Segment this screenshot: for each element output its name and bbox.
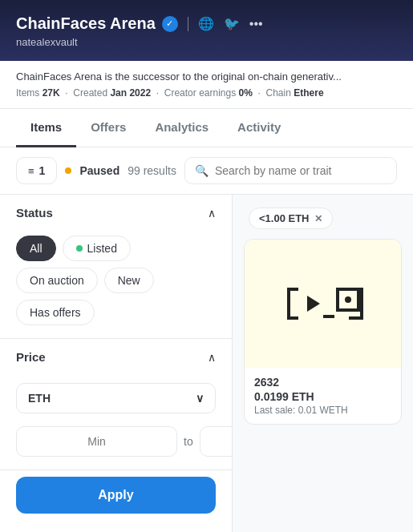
search-input[interactable] — [215, 164, 387, 177]
chain-name: Ethere — [294, 87, 323, 99]
price-filter-chip[interactable]: <1.00 ETH ✕ — [249, 208, 333, 229]
collection-description: ChainFaces Arena is the successor to the… — [16, 71, 397, 83]
max-price-input[interactable]: 1.00 — [200, 426, 233, 457]
tag-listed[interactable]: Listed — [63, 236, 131, 261]
nft-image — [245, 240, 401, 368]
price-chevron-icon: ∧ — [208, 351, 216, 364]
twitter-icon[interactable]: 🐦 — [224, 16, 240, 31]
apply-button[interactable]: Apply — [16, 477, 216, 514]
price-section: Price ∧ ETH ∨ to 1.00 — [0, 339, 232, 470]
info-bar: ChainFaces Arena is the successor to the… — [0, 61, 413, 109]
results-panel: <1.00 ETH ✕ — [233, 195, 413, 532]
nft-price: 0.0199 ETH — [254, 390, 391, 403]
svg-rect-4 — [323, 315, 334, 318]
tag-has-offers[interactable]: Has offers — [16, 300, 95, 325]
nft-last-sale: Last sale: 0.01 WETH — [254, 405, 391, 416]
paused-label: Paused — [79, 164, 119, 177]
tag-new-label: New — [118, 274, 140, 287]
svg-rect-1 — [287, 288, 298, 291]
status-title: Status — [16, 206, 53, 220]
tag-has-offers-label: Has offers — [30, 306, 81, 319]
svg-rect-9 — [349, 316, 363, 320]
tag-new[interactable]: New — [104, 268, 154, 293]
items-count: 27K — [43, 87, 60, 99]
nft-id: 2632 — [254, 376, 391, 389]
tag-on-auction-label: On auction — [30, 274, 84, 287]
chip-label: <1.00 ETH — [259, 212, 310, 224]
results-count: 99 results — [128, 164, 176, 177]
nft-art-svg — [283, 280, 363, 328]
price-to-label: to — [184, 435, 193, 448]
price-section-header[interactable]: Price ∧ — [0, 339, 232, 375]
filter-icon: ≡ — [28, 165, 34, 177]
collection-title: ChainFaces Arena — [16, 14, 156, 33]
tag-all-label: All — [30, 242, 43, 255]
sidebar: Status ∧ All Listed On auction New H — [0, 195, 233, 532]
creator-earnings: 0% — [239, 87, 253, 99]
username: natealexvault — [16, 36, 397, 48]
header-icons: 🌐 🐦 ••• — [198, 16, 263, 31]
svg-rect-2 — [287, 316, 298, 320]
filter-count: 1 — [39, 164, 46, 177]
price-title: Price — [16, 350, 46, 364]
tab-items[interactable]: Items — [16, 109, 76, 147]
paused-dot — [65, 167, 71, 174]
currency-wrapper: ETH ∨ — [0, 375, 232, 421]
tab-offers[interactable]: Offers — [76, 109, 140, 147]
chip-close-icon[interactable]: ✕ — [314, 213, 322, 224]
svg-marker-3 — [307, 296, 320, 312]
price-inputs: to 1.00 — [0, 421, 232, 470]
currency-label: ETH — [28, 392, 51, 405]
search-icon: 🔍 — [195, 164, 209, 177]
svg-point-6 — [345, 296, 351, 303]
search-box[interactable]: 🔍 — [184, 157, 397, 184]
created-date: Jan 2022 — [110, 87, 151, 99]
tab-activity[interactable]: Activity — [223, 109, 295, 147]
nft-info: 2632 0.0199 ETH Last sale: 0.01 WETH — [245, 368, 401, 424]
collection-meta: Items 27K · Created Jan 2022 · Creator e… — [16, 87, 397, 99]
listed-dot — [76, 245, 83, 252]
svg-rect-0 — [287, 288, 290, 320]
status-section-header[interactable]: Status ∧ — [0, 195, 232, 231]
svg-rect-7 — [360, 288, 363, 320]
status-chevron-icon: ∧ — [208, 207, 216, 220]
filter-bar: ≡ 1 Paused 99 results 🔍 — [0, 147, 413, 195]
nft-card[interactable]: 2632 0.0199 ETH Last sale: 0.01 WETH — [244, 239, 402, 425]
main-content: Status ∧ All Listed On auction New H — [0, 195, 413, 532]
filter-button[interactable]: ≡ 1 — [16, 157, 57, 184]
tag-all[interactable]: All — [16, 236, 56, 261]
tab-analytics[interactable]: Analytics — [140, 109, 223, 147]
header-divider — [188, 17, 188, 31]
tabs-bar: Items Offers Analytics Activity — [0, 109, 413, 147]
currency-select[interactable]: ETH ∨ — [16, 383, 216, 413]
status-section: Status ∧ All Listed On auction New H — [0, 195, 232, 339]
min-price-input[interactable] — [16, 426, 177, 457]
filter-chips: <1.00 ETH ✕ — [241, 203, 405, 234]
header-top: ChainFaces Arena ✓ 🌐 🐦 ••• — [16, 14, 397, 33]
globe-icon[interactable]: 🌐 — [198, 16, 214, 31]
tag-listed-label: Listed — [87, 242, 117, 255]
more-icon[interactable]: ••• — [249, 17, 263, 31]
tag-on-auction[interactable]: On auction — [16, 268, 98, 293]
status-tags: All Listed On auction New Has offers — [0, 231, 232, 338]
header: ChainFaces Arena ✓ 🌐 🐦 ••• natealexvault — [0, 0, 413, 61]
verified-badge: ✓ — [162, 16, 178, 32]
currency-chevron-icon: ∨ — [196, 392, 204, 405]
svg-rect-8 — [349, 288, 363, 291]
